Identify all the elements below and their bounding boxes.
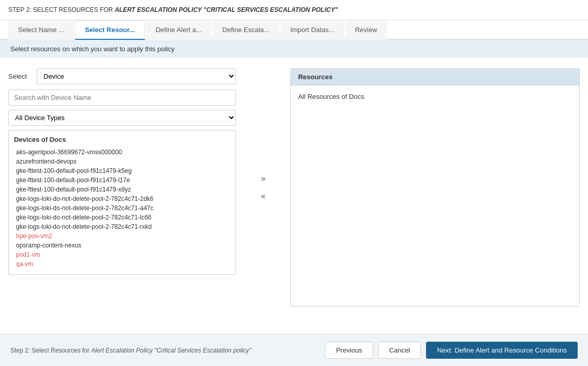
previous-button[interactable]: Previous xyxy=(325,342,373,353)
device-type-dropdown[interactable]: All Device Types xyxy=(8,110,236,126)
list-item[interactable]: gke-fttest-100-default-pool-f91c1479-k5e… xyxy=(14,166,230,175)
footer-step-text: Step 2: Select Resources for xyxy=(10,347,91,354)
select-label: Select xyxy=(8,72,32,80)
tab-define-escala[interactable]: Define Escala... xyxy=(213,20,280,40)
devices-list-title: Devices of Docs xyxy=(14,136,230,143)
list-item[interactable]: azurefrontend-devops xyxy=(14,157,230,166)
cancel-button[interactable]: Cancel xyxy=(378,342,421,353)
list-item[interactable]: aks-agentpool-36699672-vmss000000 xyxy=(14,148,230,157)
list-item[interactable]: gke-logs-loki-do-not-delete-pool-2-782c4… xyxy=(14,194,230,203)
resources-header: Resources xyxy=(291,69,579,85)
list-item[interactable]: opsramp-content-nexus xyxy=(14,241,230,250)
list-item[interactable]: gke-fttest-100-default-pool-f91c1479-l17… xyxy=(14,175,230,185)
arrow-controls: » « xyxy=(246,68,280,306)
resources-content: All Resources of Docs xyxy=(291,85,579,108)
list-item[interactable]: gke-fttest-100-default-pool-f91c1479-x8y… xyxy=(14,185,230,194)
search-input[interactable] xyxy=(8,90,236,106)
footer-policy-italic: Alert Escalation Policy "Critical Servic… xyxy=(91,347,251,354)
devices-list-container: Devices of Docs aks-agentpool-36699672-v… xyxy=(8,130,236,275)
back-arrow-button[interactable]: « xyxy=(257,189,270,203)
list-item[interactable]: gke-logs-loki-do-not-delete-pool-2-782c4… xyxy=(14,222,230,231)
content-area: Select Device Group Service All Device T… xyxy=(0,58,588,317)
resource-item: All Resources of Docs xyxy=(298,91,572,103)
select-row: Select Device Group Service xyxy=(8,68,236,84)
tab-review[interactable]: Review xyxy=(345,20,387,40)
page-header: STEP 2: SELECT RESOURCES FOR ALERT ESCAL… xyxy=(0,0,588,20)
footer-buttons: Previous Cancel Next: Define Alert and R… xyxy=(325,342,578,353)
footer-text: Step 2: Select Resources for Alert Escal… xyxy=(10,347,251,354)
left-panel: Select Device Group Service All Device T… xyxy=(8,68,236,306)
footer-bar: Step 2: Select Resources for Alert Escal… xyxy=(0,334,588,353)
tab-select-name[interactable]: Select Name ... xyxy=(8,20,74,40)
list-item[interactable]: pod1-vm xyxy=(14,250,230,259)
main-wrapper: STEP 2: SELECT RESOURCES FOR ALERT ESCAL… xyxy=(0,0,588,353)
tab-import-datas[interactable]: Import Datas... xyxy=(281,20,344,40)
tab-define-alert[interactable]: Define Alert a... xyxy=(146,20,212,40)
list-item[interactable]: hpe-pov-vm2 xyxy=(14,231,230,241)
right-panel: Resources All Resources of Docs xyxy=(290,68,580,306)
list-item[interactable]: gke-logs-loki-do-not-delete-pool-2-782c4… xyxy=(14,213,230,222)
tab-select-resources[interactable]: Select Resour... xyxy=(75,20,145,40)
forward-arrow-button[interactable]: » xyxy=(257,172,270,185)
info-bar: Select resources on which you want to ap… xyxy=(0,40,588,58)
select-dropdown[interactable]: Device Group Service xyxy=(37,68,236,84)
step-prefix: STEP 2: SELECT RESOURCES FOR xyxy=(8,6,115,13)
tabs-container: Select Name ... Select Resour... Define … xyxy=(0,20,588,40)
list-item[interactable]: gke-logs-loki-do-not-delete-pool-2-782c4… xyxy=(14,203,230,213)
next-button[interactable]: Next: Define Alert and Resource Conditio… xyxy=(426,342,578,353)
info-text: Select resources on which you want to ap… xyxy=(10,45,174,53)
list-item[interactable]: qa-vm xyxy=(14,259,230,269)
policy-title: ALERT ESCALATION POLICY "CRITICAL SERVIC… xyxy=(115,6,338,13)
